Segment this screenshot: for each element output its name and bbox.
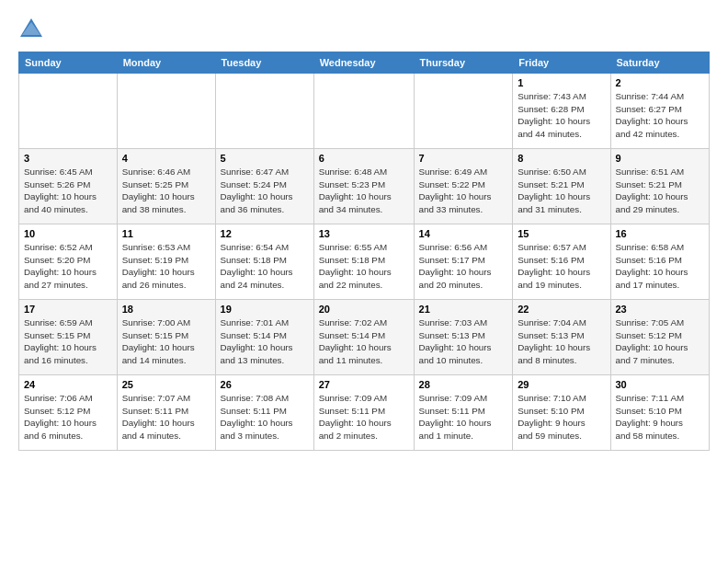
day-number: 16: [616, 228, 705, 239]
day-number: 22: [518, 304, 605, 315]
calendar-cell: 11Sunrise: 6:53 AM Sunset: 5:19 PM Dayli…: [117, 224, 215, 300]
svg-marker-1: [22, 22, 40, 35]
day-number: 21: [419, 304, 508, 315]
calendar-cell: 20Sunrise: 7:02 AM Sunset: 5:14 PM Dayli…: [313, 300, 414, 375]
day-number: 9: [616, 153, 705, 164]
day-detail: Sunrise: 7:43 AM Sunset: 6:28 PM Dayligh…: [518, 90, 605, 141]
logo-icon: [18, 17, 44, 42]
day-detail: Sunrise: 6:48 AM Sunset: 5:23 PM Dayligh…: [319, 166, 409, 216]
calendar-body: 1Sunrise: 7:43 AM Sunset: 6:28 PM Daylig…: [19, 74, 710, 451]
day-number: 19: [221, 304, 309, 315]
day-detail: Sunrise: 6:53 AM Sunset: 5:19 PM Dayligh…: [122, 241, 210, 292]
day-number: 27: [319, 379, 409, 390]
day-detail: Sunrise: 7:09 AM Sunset: 5:11 PM Dayligh…: [319, 392, 409, 442]
day-detail: Sunrise: 6:57 AM Sunset: 5:16 PM Dayligh…: [518, 241, 605, 292]
calendar-cell: 25Sunrise: 7:07 AM Sunset: 5:11 PM Dayli…: [117, 375, 215, 451]
day-number: 1: [518, 77, 605, 88]
week-row-4: 17Sunrise: 6:59 AM Sunset: 5:15 PM Dayli…: [19, 300, 710, 375]
day-number: 10: [24, 228, 112, 239]
calendar-cell: 18Sunrise: 7:00 AM Sunset: 5:15 PM Dayli…: [117, 300, 215, 375]
day-number: 26: [221, 379, 309, 390]
calendar-cell: 8Sunrise: 6:50 AM Sunset: 5:21 PM Daylig…: [513, 149, 610, 224]
calendar-cell: [117, 74, 215, 149]
calendar-cell: 27Sunrise: 7:09 AM Sunset: 5:11 PM Dayli…: [313, 375, 414, 451]
day-detail: Sunrise: 6:51 AM Sunset: 5:21 PM Dayligh…: [616, 166, 705, 216]
day-number: 28: [419, 379, 508, 390]
day-detail: Sunrise: 7:03 AM Sunset: 5:13 PM Dayligh…: [419, 316, 508, 367]
week-row-2: 3Sunrise: 6:45 AM Sunset: 5:26 PM Daylig…: [19, 149, 710, 224]
day-detail: Sunrise: 7:08 AM Sunset: 5:11 PM Dayligh…: [221, 392, 309, 442]
calendar-cell: 14Sunrise: 6:56 AM Sunset: 5:17 PM Dayli…: [414, 224, 513, 300]
day-number: 11: [122, 228, 210, 239]
weekday-sunday: Sunday: [19, 52, 118, 74]
calendar-cell: [313, 74, 414, 149]
day-detail: Sunrise: 6:56 AM Sunset: 5:17 PM Dayligh…: [419, 241, 508, 292]
day-detail: Sunrise: 6:49 AM Sunset: 5:22 PM Dayligh…: [419, 166, 508, 216]
calendar-cell: 5Sunrise: 6:47 AM Sunset: 5:24 PM Daylig…: [215, 149, 313, 224]
day-detail: Sunrise: 7:09 AM Sunset: 5:11 PM Dayligh…: [419, 392, 508, 442]
day-detail: Sunrise: 7:44 AM Sunset: 6:27 PM Dayligh…: [616, 90, 705, 141]
day-detail: Sunrise: 7:10 AM Sunset: 5:10 PM Dayligh…: [518, 392, 605, 442]
day-number: 13: [319, 228, 409, 239]
day-number: 30: [616, 379, 705, 390]
calendar-cell: 24Sunrise: 7:06 AM Sunset: 5:12 PM Dayli…: [19, 375, 118, 451]
day-detail: Sunrise: 6:55 AM Sunset: 5:18 PM Dayligh…: [319, 241, 409, 292]
calendar-cell: 6Sunrise: 6:48 AM Sunset: 5:23 PM Daylig…: [313, 149, 414, 224]
calendar-cell: 1Sunrise: 7:43 AM Sunset: 6:28 PM Daylig…: [513, 74, 610, 149]
day-number: 18: [122, 304, 210, 315]
day-detail: Sunrise: 6:58 AM Sunset: 5:16 PM Dayligh…: [616, 241, 705, 292]
day-detail: Sunrise: 6:46 AM Sunset: 5:25 PM Dayligh…: [122, 166, 210, 216]
calendar-cell: 30Sunrise: 7:11 AM Sunset: 5:10 PM Dayli…: [610, 375, 710, 451]
calendar-cell: 15Sunrise: 6:57 AM Sunset: 5:16 PM Dayli…: [513, 224, 610, 300]
calendar-cell: 26Sunrise: 7:08 AM Sunset: 5:11 PM Dayli…: [215, 375, 313, 451]
page: SundayMondayTuesdayWednesdayThursdayFrid…: [0, 0, 728, 563]
calendar-cell: [19, 74, 118, 149]
day-detail: Sunrise: 6:45 AM Sunset: 5:26 PM Dayligh…: [24, 166, 112, 216]
day-number: 7: [419, 153, 508, 164]
calendar-cell: 23Sunrise: 7:05 AM Sunset: 5:12 PM Dayli…: [610, 300, 710, 375]
weekday-saturday: Saturday: [610, 52, 710, 74]
day-detail: Sunrise: 7:06 AM Sunset: 5:12 PM Dayligh…: [24, 392, 112, 442]
calendar-cell: 3Sunrise: 6:45 AM Sunset: 5:26 PM Daylig…: [19, 149, 118, 224]
week-row-5: 24Sunrise: 7:06 AM Sunset: 5:12 PM Dayli…: [19, 375, 710, 451]
day-detail: Sunrise: 7:02 AM Sunset: 5:14 PM Dayligh…: [319, 316, 409, 367]
day-number: 15: [518, 228, 605, 239]
weekday-thursday: Thursday: [414, 52, 513, 74]
day-detail: Sunrise: 7:00 AM Sunset: 5:15 PM Dayligh…: [122, 316, 210, 367]
header: [18, 15, 710, 42]
calendar-cell: [215, 74, 313, 149]
day-detail: Sunrise: 7:05 AM Sunset: 5:12 PM Dayligh…: [616, 316, 705, 367]
day-detail: Sunrise: 6:59 AM Sunset: 5:15 PM Dayligh…: [24, 316, 112, 367]
calendar-cell: 13Sunrise: 6:55 AM Sunset: 5:18 PM Dayli…: [313, 224, 414, 300]
day-number: 14: [419, 228, 508, 239]
weekday-tuesday: Tuesday: [215, 52, 313, 74]
weekday-header-row: SundayMondayTuesdayWednesdayThursdayFrid…: [19, 52, 710, 74]
calendar-cell: 22Sunrise: 7:04 AM Sunset: 5:13 PM Dayli…: [513, 300, 610, 375]
calendar-cell: 9Sunrise: 6:51 AM Sunset: 5:21 PM Daylig…: [610, 149, 710, 224]
calendar-cell: 19Sunrise: 7:01 AM Sunset: 5:14 PM Dayli…: [215, 300, 313, 375]
calendar-cell: 7Sunrise: 6:49 AM Sunset: 5:22 PM Daylig…: [414, 149, 513, 224]
calendar-cell: [414, 74, 513, 149]
day-number: 4: [122, 153, 210, 164]
weekday-friday: Friday: [513, 52, 610, 74]
day-number: 23: [616, 304, 705, 315]
calendar-cell: 16Sunrise: 6:58 AM Sunset: 5:16 PM Dayli…: [610, 224, 710, 300]
calendar-cell: 29Sunrise: 7:10 AM Sunset: 5:10 PM Dayli…: [513, 375, 610, 451]
calendar-cell: 12Sunrise: 6:54 AM Sunset: 5:18 PM Dayli…: [215, 224, 313, 300]
weekday-monday: Monday: [117, 52, 215, 74]
day-number: 17: [24, 304, 112, 315]
day-number: 3: [24, 153, 112, 164]
calendar-cell: 28Sunrise: 7:09 AM Sunset: 5:11 PM Dayli…: [414, 375, 513, 451]
calendar-cell: 10Sunrise: 6:52 AM Sunset: 5:20 PM Dayli…: [19, 224, 118, 300]
calendar-cell: 2Sunrise: 7:44 AM Sunset: 6:27 PM Daylig…: [610, 74, 710, 149]
day-detail: Sunrise: 7:11 AM Sunset: 5:10 PM Dayligh…: [616, 392, 705, 442]
day-detail: Sunrise: 6:54 AM Sunset: 5:18 PM Dayligh…: [221, 241, 309, 292]
day-number: 25: [122, 379, 210, 390]
day-detail: Sunrise: 6:52 AM Sunset: 5:20 PM Dayligh…: [24, 241, 112, 292]
day-detail: Sunrise: 7:07 AM Sunset: 5:11 PM Dayligh…: [122, 392, 210, 442]
day-detail: Sunrise: 6:47 AM Sunset: 5:24 PM Dayligh…: [221, 166, 309, 216]
day-detail: Sunrise: 7:01 AM Sunset: 5:14 PM Dayligh…: [221, 316, 309, 367]
week-row-1: 1Sunrise: 7:43 AM Sunset: 6:28 PM Daylig…: [19, 74, 710, 149]
calendar-table: SundayMondayTuesdayWednesdayThursdayFrid…: [18, 52, 710, 451]
day-number: 12: [221, 228, 309, 239]
